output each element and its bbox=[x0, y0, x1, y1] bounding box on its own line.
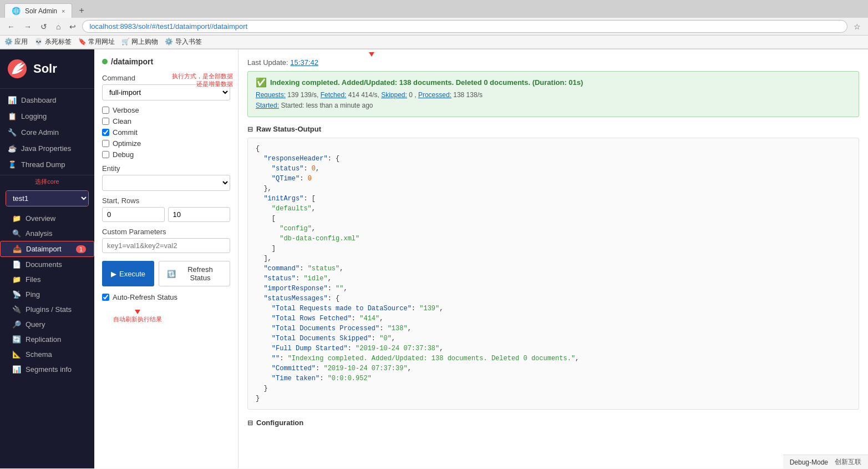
tab-close-button[interactable]: × bbox=[62, 8, 65, 14]
auto-refresh-checkbox[interactable] bbox=[102, 294, 109, 301]
bookmark-common-sites[interactable]: 🔖 常用网址 bbox=[78, 37, 115, 47]
panel-title: /dataimport bbox=[111, 57, 153, 66]
sidebar-item-thread-dump[interactable]: 🧵 Thread Dump bbox=[0, 157, 94, 173]
core-nav-item-schema[interactable]: 📐 Schema bbox=[0, 347, 94, 362]
started-link[interactable]: Started: bbox=[256, 102, 279, 109]
core-nav-label: Replication bbox=[26, 335, 61, 344]
bookmark-import[interactable]: ⚙️ 导入书签 bbox=[165, 37, 201, 47]
back-button[interactable]: ← bbox=[4, 21, 18, 32]
address-bar[interactable] bbox=[82, 20, 847, 33]
browser-tab[interactable]: 🌐 Solr Admin × bbox=[4, 3, 72, 18]
execute-row-wrapper: ▶ Execute 🔃 Refresh Status 手动刷新执行结果 bbox=[102, 261, 230, 286]
bookmark-apps[interactable]: ⚙️ 应用 bbox=[4, 37, 28, 47]
sidebar-item-core-admin[interactable]: 🔧 Core Admin bbox=[0, 124, 94, 140]
clean-checkbox[interactable] bbox=[102, 118, 109, 125]
tab-bar: 🌐 Solr Admin × + bbox=[0, 0, 868, 18]
fetched-link[interactable]: Fetched: bbox=[321, 91, 347, 99]
core-nav-item-dataimport[interactable]: 📥 Dataimport 1 bbox=[0, 241, 94, 257]
bookmark-shopping[interactable]: 🛒 网上购物 bbox=[121, 37, 158, 47]
dataimport-icon: 📥 bbox=[13, 245, 22, 253]
verbose-label: Verbose bbox=[113, 106, 139, 114]
debug-checkbox-row: Debug bbox=[102, 150, 230, 159]
json-output: { "responseHeader": { "status": 0, "QTim… bbox=[247, 138, 859, 410]
documents-icon: 📄 bbox=[12, 260, 21, 269]
configuration-header: ⊟ Configuration bbox=[247, 418, 859, 427]
core-nav-item-ping[interactable]: 📡 Ping bbox=[0, 287, 94, 302]
core-nav-item-documents[interactable]: 📄 Documents bbox=[0, 257, 94, 272]
debug-label: Debug bbox=[113, 150, 134, 159]
core-select-dropdown[interactable]: test1 bbox=[6, 191, 88, 206]
core-nav-label: Documents bbox=[26, 260, 62, 269]
forward-button[interactable]: → bbox=[21, 21, 34, 32]
command-row: full-import delta-import status reload-c… bbox=[102, 84, 230, 100]
auto-refresh-wrapper: Auto-Refresh Status 自动刷新执行结果 bbox=[102, 293, 230, 301]
optimize-checkbox[interactable] bbox=[102, 140, 109, 147]
entity-select[interactable] bbox=[102, 175, 230, 191]
core-nav-label: Query bbox=[26, 320, 45, 329]
sidebar-divider bbox=[0, 175, 94, 175]
solr-logo-icon bbox=[7, 58, 28, 79]
files-icon: 📁 bbox=[12, 275, 21, 284]
skipped-link[interactable]: Skipped: bbox=[381, 91, 407, 99]
core-nav-label: Schema bbox=[26, 350, 52, 359]
java-properties-icon: ☕ bbox=[8, 144, 17, 153]
core-nav-item-plugins-stats[interactable]: 🔌 Plugins / Stats bbox=[0, 302, 94, 317]
history-button[interactable]: ↩ bbox=[67, 21, 79, 32]
dataimport-panel: /dataimport Command full-import delta-im… bbox=[94, 49, 238, 468]
start-rows-label: Start, Rows bbox=[102, 196, 230, 205]
home-button[interactable]: ⌂ bbox=[53, 21, 63, 32]
bookmark-kill-tab[interactable]: 💀 杀死标签 bbox=[34, 37, 71, 47]
rows-input[interactable] bbox=[168, 207, 231, 222]
clean-checkbox-row: Clean bbox=[102, 117, 230, 125]
annotation-command: 执行方式，是全部数据还是增量数据 bbox=[161, 72, 233, 88]
core-nav-item-overview[interactable]: 📁 Overview bbox=[0, 211, 94, 226]
last-update-time[interactable]: 15:37:42 bbox=[290, 58, 318, 67]
last-update-row: 执行结果 Last Update: 15:37:42 bbox=[247, 58, 859, 67]
optimize-checkbox-row: Optimize bbox=[102, 139, 230, 148]
new-tab-button[interactable]: + bbox=[75, 4, 87, 17]
core-nav-item-query[interactable]: 🔎 Query bbox=[0, 317, 94, 332]
debug-mode-label[interactable]: Debug-Mode bbox=[790, 458, 828, 466]
configuration-collapse-icon[interactable]: ⊟ bbox=[247, 419, 253, 427]
core-nav-item-analysis[interactable]: 🔍 Analysis bbox=[0, 226, 94, 241]
start-rows-inputs bbox=[102, 207, 230, 222]
main-content: /dataimport Command full-import delta-im… bbox=[94, 49, 868, 468]
core-nav-item-files[interactable]: 📁 Files bbox=[0, 272, 94, 287]
raw-status-collapse-icon[interactable]: ⊟ bbox=[247, 125, 253, 133]
status-header: Last Update: 15:37:42 bbox=[247, 58, 859, 67]
success-banner: ✅ Indexing completed. Added/Updated: 138… bbox=[247, 71, 859, 117]
requests-line: Requests: 139 139/s, Fetched: 414 414/s,… bbox=[256, 90, 851, 100]
sidebar-item-dashboard[interactable]: 📊 Dashboard bbox=[0, 92, 94, 108]
clean-label: Clean bbox=[113, 117, 131, 125]
bookmark-button[interactable]: ☆ bbox=[851, 21, 864, 32]
sidebar-item-java-properties[interactable]: ☕ Java Properties bbox=[0, 140, 94, 157]
core-selector[interactable]: test1 bbox=[6, 190, 89, 206]
execute-button[interactable]: ▶ Execute bbox=[102, 261, 154, 286]
processed-link[interactable]: Processed: bbox=[418, 91, 451, 99]
refresh-status-button[interactable]: 🔃 Refresh Status bbox=[159, 261, 230, 286]
start-input[interactable] bbox=[102, 207, 165, 222]
sidebar: Solr 📊 Dashboard 📋 Logging 🔧 Core Admin … bbox=[0, 49, 94, 468]
raw-status-header: ⊟ Raw Status-Output bbox=[247, 125, 859, 133]
core-nav-label: Analysis bbox=[26, 229, 52, 238]
footer: Debug-Mode 创新互联 bbox=[783, 455, 868, 468]
debug-checkbox[interactable] bbox=[102, 151, 109, 158]
core-nav-item-replication[interactable]: 🔄 Replication bbox=[0, 332, 94, 347]
requests-link[interactable]: Requests: bbox=[256, 91, 286, 99]
brand-label: 创新互联 bbox=[835, 457, 861, 467]
configuration-label: Configuration bbox=[256, 418, 303, 427]
sidebar-nav: 📊 Dashboard 📋 Logging 🔧 Core Admin ☕ Jav… bbox=[0, 89, 94, 380]
success-title: ✅ Indexing completed. Added/Updated: 138… bbox=[256, 77, 851, 88]
custom-params-input[interactable] bbox=[102, 238, 230, 253]
success-details: Requests: 139 139/s, Fetched: 414 414/s,… bbox=[256, 90, 851, 111]
sidebar-item-label: Thread Dump bbox=[21, 160, 65, 169]
core-nav-label: Files bbox=[26, 275, 40, 284]
commit-checkbox[interactable] bbox=[102, 129, 109, 136]
dashboard-icon: 📊 bbox=[8, 96, 17, 104]
sidebar-item-logging[interactable]: 📋 Logging bbox=[0, 108, 94, 124]
verbose-checkbox[interactable] bbox=[102, 107, 109, 114]
reload-button[interactable]: ↺ bbox=[38, 21, 50, 32]
commit-label: Commit bbox=[113, 128, 138, 137]
core-nav-item-segments-info[interactable]: 📊 Segments info bbox=[0, 362, 94, 377]
sidebar-item-label: Dashboard bbox=[21, 96, 57, 104]
